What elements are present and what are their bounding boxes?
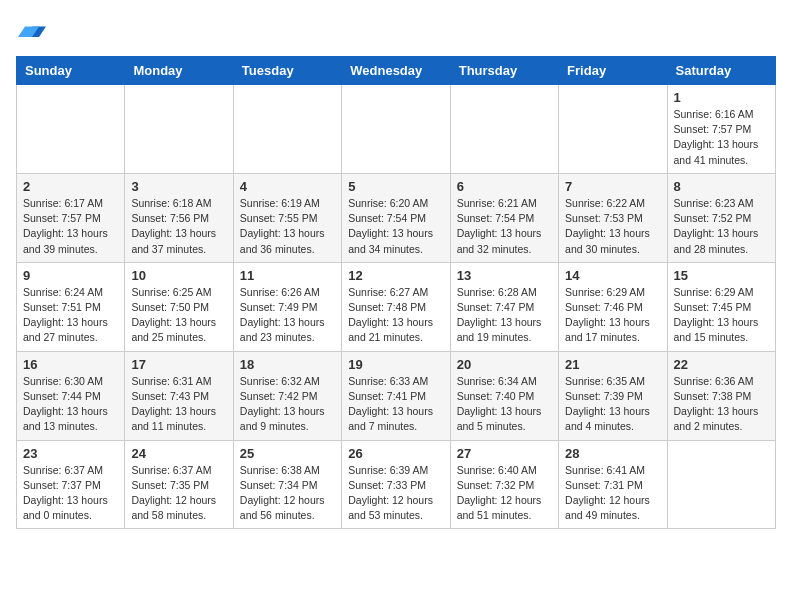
page-header <box>16 16 776 48</box>
day-info: Sunrise: 6:30 AM Sunset: 7:44 PM Dayligh… <box>23 374 118 435</box>
day-info: Sunrise: 6:36 AM Sunset: 7:38 PM Dayligh… <box>674 374 769 435</box>
weekday-header-wednesday: Wednesday <box>342 57 450 85</box>
day-number: 12 <box>348 268 443 283</box>
day-number: 13 <box>457 268 552 283</box>
day-info: Sunrise: 6:24 AM Sunset: 7:51 PM Dayligh… <box>23 285 118 346</box>
calendar-day-cell: 25Sunrise: 6:38 AM Sunset: 7:34 PM Dayli… <box>233 440 341 529</box>
calendar-day-cell: 27Sunrise: 6:40 AM Sunset: 7:32 PM Dayli… <box>450 440 558 529</box>
weekday-header-row: SundayMondayTuesdayWednesdayThursdayFrid… <box>17 57 776 85</box>
calendar-day-cell <box>233 85 341 174</box>
logo <box>16 16 46 48</box>
day-number: 15 <box>674 268 769 283</box>
day-number: 14 <box>565 268 660 283</box>
calendar-day-cell: 2Sunrise: 6:17 AM Sunset: 7:57 PM Daylig… <box>17 173 125 262</box>
day-number: 23 <box>23 446 118 461</box>
calendar-day-cell <box>559 85 667 174</box>
day-number: 10 <box>131 268 226 283</box>
calendar-day-cell: 5Sunrise: 6:20 AM Sunset: 7:54 PM Daylig… <box>342 173 450 262</box>
day-info: Sunrise: 6:37 AM Sunset: 7:35 PM Dayligh… <box>131 463 226 524</box>
day-number: 1 <box>674 90 769 105</box>
day-info: Sunrise: 6:40 AM Sunset: 7:32 PM Dayligh… <box>457 463 552 524</box>
day-info: Sunrise: 6:21 AM Sunset: 7:54 PM Dayligh… <box>457 196 552 257</box>
calendar-day-cell: 28Sunrise: 6:41 AM Sunset: 7:31 PM Dayli… <box>559 440 667 529</box>
day-info: Sunrise: 6:29 AM Sunset: 7:46 PM Dayligh… <box>565 285 660 346</box>
calendar-day-cell <box>17 85 125 174</box>
day-info: Sunrise: 6:22 AM Sunset: 7:53 PM Dayligh… <box>565 196 660 257</box>
day-info: Sunrise: 6:26 AM Sunset: 7:49 PM Dayligh… <box>240 285 335 346</box>
day-info: Sunrise: 6:27 AM Sunset: 7:48 PM Dayligh… <box>348 285 443 346</box>
calendar-day-cell: 10Sunrise: 6:25 AM Sunset: 7:50 PM Dayli… <box>125 262 233 351</box>
calendar-table: SundayMondayTuesdayWednesdayThursdayFrid… <box>16 56 776 529</box>
day-number: 9 <box>23 268 118 283</box>
calendar-day-cell: 21Sunrise: 6:35 AM Sunset: 7:39 PM Dayli… <box>559 351 667 440</box>
day-number: 6 <box>457 179 552 194</box>
day-info: Sunrise: 6:17 AM Sunset: 7:57 PM Dayligh… <box>23 196 118 257</box>
day-number: 28 <box>565 446 660 461</box>
day-number: 5 <box>348 179 443 194</box>
day-info: Sunrise: 6:31 AM Sunset: 7:43 PM Dayligh… <box>131 374 226 435</box>
day-info: Sunrise: 6:37 AM Sunset: 7:37 PM Dayligh… <box>23 463 118 524</box>
weekday-header-tuesday: Tuesday <box>233 57 341 85</box>
logo-icon <box>18 16 46 44</box>
calendar-week-row: 23Sunrise: 6:37 AM Sunset: 7:37 PM Dayli… <box>17 440 776 529</box>
day-number: 22 <box>674 357 769 372</box>
day-info: Sunrise: 6:38 AM Sunset: 7:34 PM Dayligh… <box>240 463 335 524</box>
calendar-day-cell: 19Sunrise: 6:33 AM Sunset: 7:41 PM Dayli… <box>342 351 450 440</box>
day-number: 21 <box>565 357 660 372</box>
calendar-day-cell: 1Sunrise: 6:16 AM Sunset: 7:57 PM Daylig… <box>667 85 775 174</box>
day-info: Sunrise: 6:19 AM Sunset: 7:55 PM Dayligh… <box>240 196 335 257</box>
day-number: 3 <box>131 179 226 194</box>
day-info: Sunrise: 6:23 AM Sunset: 7:52 PM Dayligh… <box>674 196 769 257</box>
calendar-day-cell: 6Sunrise: 6:21 AM Sunset: 7:54 PM Daylig… <box>450 173 558 262</box>
day-number: 18 <box>240 357 335 372</box>
calendar-day-cell <box>342 85 450 174</box>
weekday-header-sunday: Sunday <box>17 57 125 85</box>
day-number: 11 <box>240 268 335 283</box>
calendar-day-cell: 26Sunrise: 6:39 AM Sunset: 7:33 PM Dayli… <box>342 440 450 529</box>
calendar-week-row: 2Sunrise: 6:17 AM Sunset: 7:57 PM Daylig… <box>17 173 776 262</box>
day-info: Sunrise: 6:34 AM Sunset: 7:40 PM Dayligh… <box>457 374 552 435</box>
day-number: 8 <box>674 179 769 194</box>
calendar-day-cell: 12Sunrise: 6:27 AM Sunset: 7:48 PM Dayli… <box>342 262 450 351</box>
day-number: 17 <box>131 357 226 372</box>
day-number: 4 <box>240 179 335 194</box>
day-number: 19 <box>348 357 443 372</box>
day-info: Sunrise: 6:20 AM Sunset: 7:54 PM Dayligh… <box>348 196 443 257</box>
day-info: Sunrise: 6:39 AM Sunset: 7:33 PM Dayligh… <box>348 463 443 524</box>
day-number: 27 <box>457 446 552 461</box>
day-info: Sunrise: 6:35 AM Sunset: 7:39 PM Dayligh… <box>565 374 660 435</box>
calendar-day-cell: 14Sunrise: 6:29 AM Sunset: 7:46 PM Dayli… <box>559 262 667 351</box>
calendar-day-cell: 23Sunrise: 6:37 AM Sunset: 7:37 PM Dayli… <box>17 440 125 529</box>
calendar-day-cell: 22Sunrise: 6:36 AM Sunset: 7:38 PM Dayli… <box>667 351 775 440</box>
calendar-day-cell: 9Sunrise: 6:24 AM Sunset: 7:51 PM Daylig… <box>17 262 125 351</box>
day-number: 24 <box>131 446 226 461</box>
calendar-day-cell <box>450 85 558 174</box>
calendar-day-cell: 7Sunrise: 6:22 AM Sunset: 7:53 PM Daylig… <box>559 173 667 262</box>
calendar-day-cell: 11Sunrise: 6:26 AM Sunset: 7:49 PM Dayli… <box>233 262 341 351</box>
calendar-day-cell: 3Sunrise: 6:18 AM Sunset: 7:56 PM Daylig… <box>125 173 233 262</box>
day-info: Sunrise: 6:29 AM Sunset: 7:45 PM Dayligh… <box>674 285 769 346</box>
calendar-week-row: 16Sunrise: 6:30 AM Sunset: 7:44 PM Dayli… <box>17 351 776 440</box>
calendar-day-cell: 8Sunrise: 6:23 AM Sunset: 7:52 PM Daylig… <box>667 173 775 262</box>
day-info: Sunrise: 6:25 AM Sunset: 7:50 PM Dayligh… <box>131 285 226 346</box>
calendar-day-cell: 13Sunrise: 6:28 AM Sunset: 7:47 PM Dayli… <box>450 262 558 351</box>
calendar-day-cell: 20Sunrise: 6:34 AM Sunset: 7:40 PM Dayli… <box>450 351 558 440</box>
calendar-week-row: 9Sunrise: 6:24 AM Sunset: 7:51 PM Daylig… <box>17 262 776 351</box>
day-info: Sunrise: 6:18 AM Sunset: 7:56 PM Dayligh… <box>131 196 226 257</box>
day-number: 16 <box>23 357 118 372</box>
day-number: 20 <box>457 357 552 372</box>
calendar-day-cell <box>125 85 233 174</box>
day-number: 2 <box>23 179 118 194</box>
calendar-day-cell: 24Sunrise: 6:37 AM Sunset: 7:35 PM Dayli… <box>125 440 233 529</box>
day-number: 25 <box>240 446 335 461</box>
calendar-day-cell <box>667 440 775 529</box>
calendar-day-cell: 15Sunrise: 6:29 AM Sunset: 7:45 PM Dayli… <box>667 262 775 351</box>
day-number: 7 <box>565 179 660 194</box>
day-info: Sunrise: 6:28 AM Sunset: 7:47 PM Dayligh… <box>457 285 552 346</box>
calendar-day-cell: 4Sunrise: 6:19 AM Sunset: 7:55 PM Daylig… <box>233 173 341 262</box>
day-info: Sunrise: 6:32 AM Sunset: 7:42 PM Dayligh… <box>240 374 335 435</box>
day-info: Sunrise: 6:41 AM Sunset: 7:31 PM Dayligh… <box>565 463 660 524</box>
weekday-header-friday: Friday <box>559 57 667 85</box>
calendar-day-cell: 18Sunrise: 6:32 AM Sunset: 7:42 PM Dayli… <box>233 351 341 440</box>
weekday-header-monday: Monday <box>125 57 233 85</box>
